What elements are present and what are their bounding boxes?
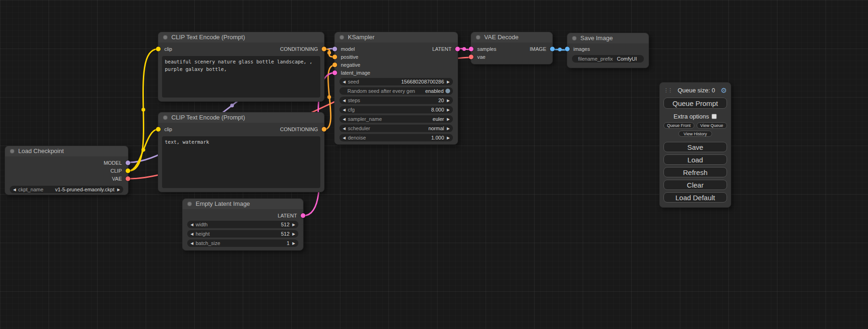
latent-output-dot[interactable]	[455, 47, 460, 51]
increment-arrow-icon[interactable]: ▶	[446, 136, 451, 140]
queue-small-buttons: Queue Front View Queue	[663, 122, 727, 129]
conditioning-output-dot[interactable]	[322, 127, 326, 132]
decrement-arrow-icon[interactable]: ◀	[12, 188, 17, 192]
decrement-arrow-icon[interactable]: ◀	[342, 126, 346, 131]
collapse-dot-icon[interactable]	[163, 35, 168, 40]
node-clip-text-encode-positive[interactable]: CLIP Text Encode (Prompt) clip CONDITION…	[158, 32, 325, 102]
samples-input-dot[interactable]	[469, 47, 473, 51]
save-button[interactable]: Save	[663, 142, 727, 152]
link-midpoint-dot	[558, 48, 562, 51]
collapse-dot-icon[interactable]	[10, 149, 14, 154]
collapse-dot-icon[interactable]	[163, 115, 168, 120]
positive-prompt-textarea[interactable]: beautiful scenery nature glass bottle la…	[162, 56, 320, 98]
input-port-negative: negative	[335, 61, 458, 69]
node-load-checkpoint[interactable]: Load Checkpoint MODEL CLIP VAE ◀ ckpt_na…	[5, 146, 128, 195]
clip-output-dot[interactable]	[126, 168, 130, 173]
extra-options-label: Extra options	[674, 113, 709, 120]
node-title-bar[interactable]: Save Image	[567, 33, 649, 43]
link-midpoint-dot	[141, 108, 145, 112]
node-title: KSampler	[348, 32, 374, 42]
clip-input-dot[interactable]	[156, 127, 161, 132]
input-port-vae: vae	[471, 53, 552, 61]
queue-front-button[interactable]: Queue Front	[663, 122, 694, 129]
increment-arrow-icon[interactable]: ▶	[291, 241, 296, 245]
load-default-button[interactable]: Load Default	[663, 192, 727, 203]
node-ksampler[interactable]: KSampler model LATENT positive negative …	[334, 32, 458, 145]
node-title-bar[interactable]: CLIP Text Encode (Prompt)	[158, 112, 324, 123]
widget-denoise[interactable]: ◀ denoise 1.000 ▶	[339, 134, 453, 141]
decrement-arrow-icon[interactable]: ◀	[190, 223, 194, 227]
decrement-arrow-icon[interactable]: ◀	[190, 241, 194, 245]
increment-arrow-icon[interactable]: ▶	[291, 223, 296, 227]
refresh-button[interactable]: Refresh	[663, 167, 727, 177]
decrement-arrow-icon[interactable]: ◀	[342, 117, 346, 121]
decrement-arrow-icon[interactable]: ◀	[342, 108, 346, 112]
increment-arrow-icon[interactable]: ▶	[291, 232, 296, 236]
increment-arrow-icon[interactable]: ▶	[446, 126, 451, 131]
clear-button[interactable]: Clear	[663, 180, 727, 190]
clip-input-dot[interactable]	[156, 47, 161, 51]
widget-width[interactable]: ◀ width 512 ▶	[187, 221, 298, 228]
node-title-bar[interactable]: Empty Latent Image	[183, 199, 303, 209]
node-save-image[interactable]: Save Image images filename_prefix ComfyU…	[567, 33, 649, 68]
node-title: VAE Decode	[484, 32, 518, 42]
settings-gear-icon[interactable]: ⚙	[721, 87, 727, 94]
widget-batch-size[interactable]: ◀ batch_size 1 ▶	[187, 239, 298, 247]
collapse-dot-icon[interactable]	[476, 35, 480, 40]
increment-arrow-icon[interactable]: ▶	[116, 188, 121, 192]
toggle-knob-icon[interactable]	[445, 89, 450, 93]
increment-arrow-icon[interactable]: ▶	[446, 98, 451, 103]
node-clip-text-encode-negative[interactable]: CLIP Text Encode (Prompt) clip CONDITION…	[158, 112, 325, 192]
collapse-dot-icon[interactable]	[339, 35, 344, 40]
link-midpoint-dot	[462, 47, 466, 51]
latent-output-dot[interactable]	[301, 213, 305, 218]
node-title-bar[interactable]: CLIP Text Encode (Prompt)	[158, 32, 324, 42]
latent-image-input-dot[interactable]	[332, 70, 337, 75]
negative-prompt-textarea[interactable]: text, watermark	[162, 136, 320, 188]
widget-steps[interactable]: ◀ steps 20 ▶	[339, 97, 453, 104]
model-input-dot[interactable]	[332, 47, 337, 51]
image-output-dot[interactable]	[550, 47, 555, 51]
vae-input-dot[interactable]	[469, 55, 473, 59]
collapse-dot-icon[interactable]	[572, 36, 577, 41]
collapse-dot-icon[interactable]	[187, 202, 192, 206]
queue-size-label: Queue size: 0	[672, 87, 721, 94]
node-title-bar[interactable]: Load Checkpoint	[5, 146, 128, 156]
widget-seed[interactable]: ◀ seed 156680208700286 ▶	[339, 78, 453, 85]
queue-panel-header: ⋮⋮ Queue size: 0 ⚙	[663, 85, 727, 95]
node-vae-decode[interactable]: VAE Decode samples IMAGE vae	[471, 32, 553, 64]
positive-input-dot[interactable]	[332, 55, 337, 59]
queue-prompt-button[interactable]: Queue Prompt	[663, 98, 727, 109]
decrement-arrow-icon[interactable]: ◀	[342, 80, 346, 84]
view-queue-button[interactable]: View Queue	[697, 122, 727, 129]
extra-options-checkbox[interactable]	[712, 114, 717, 119]
input-port-latent-image: latent_image	[335, 69, 458, 77]
output-port-vae: VAE	[5, 175, 128, 183]
extra-options-row: Extra options	[663, 112, 727, 120]
decrement-arrow-icon[interactable]: ◀	[190, 232, 194, 236]
increment-arrow-icon[interactable]: ▶	[446, 108, 451, 112]
drag-handle-icon[interactable]: ⋮⋮	[663, 87, 672, 93]
load-button[interactable]: Load	[663, 154, 727, 165]
increment-arrow-icon[interactable]: ▶	[446, 117, 451, 121]
widget-scheduler[interactable]: ◀ scheduler normal ▶	[339, 125, 453, 132]
node-empty-latent-image[interactable]: Empty Latent Image LATENT ◀ width 512 ▶ …	[182, 198, 303, 251]
conditioning-output-dot[interactable]	[322, 47, 326, 51]
decrement-arrow-icon[interactable]: ◀	[342, 136, 346, 140]
node-title-bar[interactable]: KSampler	[335, 32, 458, 42]
negative-input-dot[interactable]	[332, 63, 337, 67]
view-history-button[interactable]: View History	[678, 131, 712, 137]
widget-sampler-name[interactable]: ◀ sampler_name euler ▶	[339, 115, 453, 123]
widget-random-seed-toggle[interactable]: Random seed after every gen enabled	[339, 87, 453, 95]
decrement-arrow-icon[interactable]: ◀	[342, 98, 346, 103]
images-input-dot[interactable]	[565, 47, 570, 51]
model-output-dot[interactable]	[126, 161, 130, 165]
widget-cfg[interactable]: ◀ cfg 8.000 ▶	[339, 106, 453, 113]
increment-arrow-icon[interactable]: ▶	[446, 80, 451, 84]
node-title-bar[interactable]: VAE Decode	[471, 32, 552, 42]
vae-output-dot[interactable]	[126, 176, 130, 181]
widget-ckpt-name[interactable]: ◀ ckpt_name v1-5-pruned-emaonly.ckpt ▶	[10, 186, 123, 193]
widget-filename-prefix[interactable]: filename_prefix ComfyUI	[572, 55, 644, 63]
output-port-model: MODEL	[5, 159, 128, 167]
widget-height[interactable]: ◀ height 512 ▶	[187, 230, 298, 238]
